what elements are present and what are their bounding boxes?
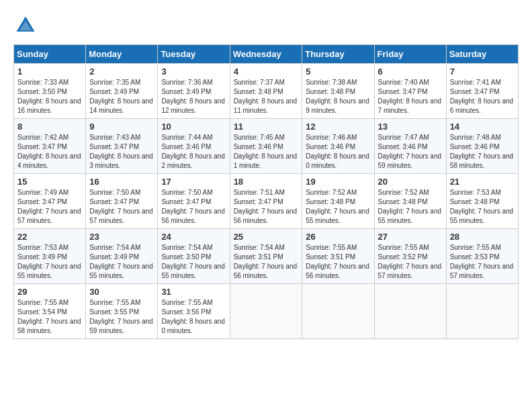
cell-content: Sunrise: 7:48 AMSunset: 3:46 PMDaylight:… (450, 133, 515, 171)
calendar-cell (230, 284, 302, 339)
calendar-cell: 27Sunrise: 7:55 AMSunset: 3:52 PMDayligh… (374, 229, 446, 284)
calendar-cell: 10Sunrise: 7:44 AMSunset: 3:46 PMDayligh… (158, 119, 230, 174)
calendar-cell (374, 284, 446, 339)
day-number: 6 (378, 66, 443, 77)
calendar-week-4: 22Sunrise: 7:53 AMSunset: 3:49 PMDayligh… (14, 229, 519, 284)
cell-content: Sunrise: 7:54 AMSunset: 3:50 PMDaylight:… (161, 243, 226, 281)
calendar-cell (302, 284, 374, 339)
day-number: 20 (378, 177, 443, 187)
calendar-cell: 11Sunrise: 7:45 AMSunset: 3:46 PMDayligh… (230, 119, 302, 174)
day-number: 3 (161, 66, 226, 77)
logo (13, 13, 42, 38)
calendar-week-2: 8Sunrise: 7:42 AMSunset: 3:47 PMDaylight… (14, 119, 519, 174)
cell-content: Sunrise: 7:55 AMSunset: 3:53 PMDaylight:… (450, 243, 515, 281)
calendar-cell: 25Sunrise: 7:54 AMSunset: 3:51 PMDayligh… (230, 229, 302, 284)
calendar-cell: 29Sunrise: 7:55 AMSunset: 3:54 PMDayligh… (14, 284, 86, 339)
calendar-cell: 3Sunrise: 7:36 AMSunset: 3:49 PMDaylight… (158, 64, 230, 119)
calendar-cell: 18Sunrise: 7:51 AMSunset: 3:47 PMDayligh… (230, 174, 302, 229)
day-number: 14 (450, 122, 515, 132)
cell-content: Sunrise: 7:42 AMSunset: 3:47 PMDaylight:… (17, 133, 82, 171)
calendar-cell: 15Sunrise: 7:49 AMSunset: 3:47 PMDayligh… (14, 174, 86, 229)
day-number: 30 (89, 287, 154, 297)
day-number: 26 (306, 232, 370, 242)
calendar-cell: 4Sunrise: 7:37 AMSunset: 3:48 PMDaylight… (230, 64, 302, 119)
cell-content: Sunrise: 7:49 AMSunset: 3:47 PMDaylight:… (17, 188, 82, 226)
day-number: 5 (306, 66, 370, 77)
cell-content: Sunrise: 7:51 AMSunset: 3:47 PMDaylight:… (234, 188, 299, 226)
cell-content: Sunrise: 7:54 AMSunset: 3:49 PMDaylight:… (89, 243, 154, 281)
day-number: 29 (17, 287, 82, 297)
calendar-header-sunday: Sunday (14, 45, 86, 64)
calendar-header-friday: Friday (374, 45, 446, 64)
day-number: 31 (161, 287, 226, 297)
cell-content: Sunrise: 7:55 AMSunset: 3:54 PMDaylight:… (17, 298, 82, 336)
calendar-cell: 16Sunrise: 7:50 AMSunset: 3:47 PMDayligh… (86, 174, 158, 229)
calendar-cell: 13Sunrise: 7:47 AMSunset: 3:46 PMDayligh… (374, 119, 446, 174)
calendar-cell: 9Sunrise: 7:43 AMSunset: 3:47 PMDaylight… (86, 119, 158, 174)
day-number: 19 (306, 177, 370, 187)
calendar-cell: 24Sunrise: 7:54 AMSunset: 3:50 PMDayligh… (158, 229, 230, 284)
day-number: 23 (89, 232, 154, 242)
cell-content: Sunrise: 7:43 AMSunset: 3:47 PMDaylight:… (89, 133, 154, 171)
calendar-header-tuesday: Tuesday (158, 45, 230, 64)
calendar-header-monday: Monday (86, 45, 158, 64)
day-number: 27 (378, 232, 443, 242)
calendar-week-1: 1Sunrise: 7:33 AMSunset: 3:50 PMDaylight… (14, 64, 519, 119)
calendar-cell: 1Sunrise: 7:33 AMSunset: 3:50 PMDaylight… (14, 64, 86, 119)
calendar-header-row: SundayMondayTuesdayWednesdayThursdayFrid… (14, 45, 519, 64)
cell-content: Sunrise: 7:46 AMSunset: 3:46 PMDaylight:… (306, 133, 370, 171)
day-number: 10 (161, 122, 226, 132)
day-number: 9 (89, 122, 154, 132)
day-number: 11 (234, 122, 299, 132)
cell-content: Sunrise: 7:45 AMSunset: 3:46 PMDaylight:… (234, 133, 299, 171)
cell-content: Sunrise: 7:53 AMSunset: 3:48 PMDaylight:… (450, 188, 515, 226)
day-number: 16 (89, 177, 154, 187)
cell-content: Sunrise: 7:55 AMSunset: 3:51 PMDaylight:… (306, 243, 370, 281)
cell-content: Sunrise: 7:55 AMSunset: 3:56 PMDaylight:… (161, 298, 226, 336)
cell-content: Sunrise: 7:41 AMSunset: 3:47 PMDaylight:… (450, 78, 515, 116)
cell-content: Sunrise: 7:40 AMSunset: 3:47 PMDaylight:… (378, 78, 443, 116)
calendar-cell: 5Sunrise: 7:38 AMSunset: 3:48 PMDaylight… (302, 64, 374, 119)
logo-icon (13, 13, 38, 38)
calendar-cell: 8Sunrise: 7:42 AMSunset: 3:47 PMDaylight… (14, 119, 86, 174)
cell-content: Sunrise: 7:53 AMSunset: 3:49 PMDaylight:… (17, 243, 82, 281)
calendar-cell (446, 284, 518, 339)
page-header (13, 13, 519, 38)
day-number: 21 (450, 177, 515, 187)
day-number: 13 (378, 122, 443, 132)
day-number: 28 (450, 232, 515, 242)
calendar-cell: 7Sunrise: 7:41 AMSunset: 3:47 PMDaylight… (446, 64, 518, 119)
cell-content: Sunrise: 7:44 AMSunset: 3:46 PMDaylight:… (161, 133, 226, 171)
day-number: 2 (89, 66, 154, 77)
day-number: 8 (17, 122, 82, 132)
calendar-cell: 23Sunrise: 7:54 AMSunset: 3:49 PMDayligh… (86, 229, 158, 284)
calendar-cell: 26Sunrise: 7:55 AMSunset: 3:51 PMDayligh… (302, 229, 374, 284)
calendar-cell: 31Sunrise: 7:55 AMSunset: 3:56 PMDayligh… (158, 284, 230, 339)
calendar-header-wednesday: Wednesday (230, 45, 302, 64)
day-number: 22 (17, 232, 82, 242)
calendar-cell: 17Sunrise: 7:50 AMSunset: 3:47 PMDayligh… (158, 174, 230, 229)
calendar-cell: 2Sunrise: 7:35 AMSunset: 3:49 PMDaylight… (86, 64, 158, 119)
day-number: 4 (234, 66, 299, 77)
cell-content: Sunrise: 7:37 AMSunset: 3:48 PMDaylight:… (234, 78, 299, 116)
cell-content: Sunrise: 7:52 AMSunset: 3:48 PMDaylight:… (306, 188, 370, 226)
cell-content: Sunrise: 7:54 AMSunset: 3:51 PMDaylight:… (234, 243, 299, 281)
cell-content: Sunrise: 7:36 AMSunset: 3:49 PMDaylight:… (161, 78, 226, 116)
cell-content: Sunrise: 7:55 AMSunset: 3:55 PMDaylight:… (89, 298, 154, 336)
day-number: 17 (161, 177, 226, 187)
calendar-cell: 30Sunrise: 7:55 AMSunset: 3:55 PMDayligh… (86, 284, 158, 339)
calendar-week-5: 29Sunrise: 7:55 AMSunset: 3:54 PMDayligh… (14, 284, 519, 339)
day-number: 7 (450, 66, 515, 77)
calendar-week-3: 15Sunrise: 7:49 AMSunset: 3:47 PMDayligh… (14, 174, 519, 229)
day-number: 15 (17, 177, 82, 187)
day-number: 24 (161, 232, 226, 242)
cell-content: Sunrise: 7:33 AMSunset: 3:50 PMDaylight:… (17, 78, 82, 116)
cell-content: Sunrise: 7:35 AMSunset: 3:49 PMDaylight:… (89, 78, 154, 116)
calendar-cell: 6Sunrise: 7:40 AMSunset: 3:47 PMDaylight… (374, 64, 446, 119)
cell-content: Sunrise: 7:47 AMSunset: 3:46 PMDaylight:… (378, 133, 443, 171)
cell-content: Sunrise: 7:52 AMSunset: 3:48 PMDaylight:… (378, 188, 443, 226)
day-number: 1 (17, 66, 82, 77)
calendar-cell: 28Sunrise: 7:55 AMSunset: 3:53 PMDayligh… (446, 229, 518, 284)
calendar-table: SundayMondayTuesdayWednesdayThursdayFrid… (13, 44, 519, 339)
calendar-cell: 22Sunrise: 7:53 AMSunset: 3:49 PMDayligh… (14, 229, 86, 284)
